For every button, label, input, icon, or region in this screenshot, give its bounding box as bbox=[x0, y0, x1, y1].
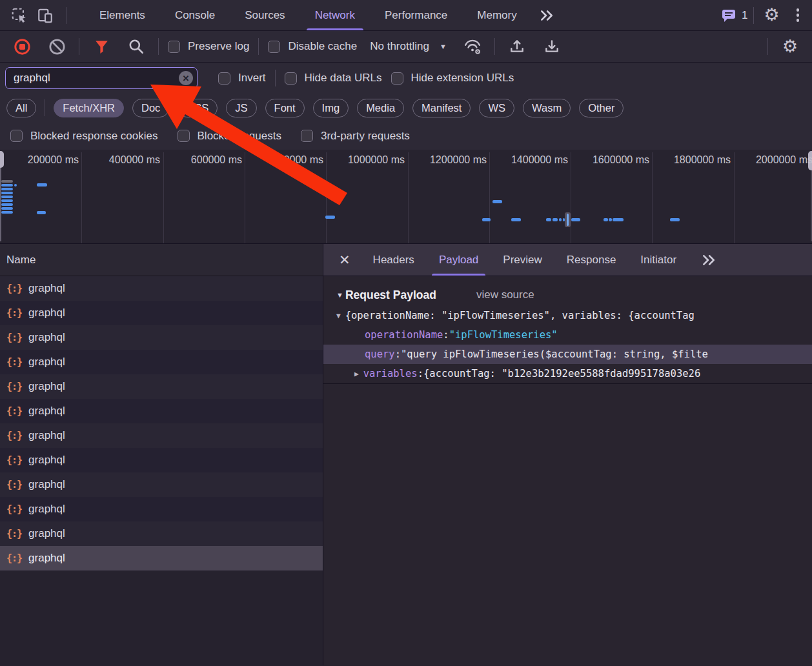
table-row-request[interactable]: {:}graphql bbox=[0, 350, 323, 374]
3rd-party-requests-checkbox[interactable]: 3rd-party requests bbox=[301, 130, 410, 143]
tab-payload[interactable]: Payload bbox=[427, 244, 491, 276]
table-row-request[interactable]: {:}graphql bbox=[0, 546, 323, 570]
checkbox-box[interactable] bbox=[301, 130, 313, 142]
payload-value: "query ipFlowTimeseries($accountTag: str… bbox=[401, 348, 708, 360]
tab-network[interactable]: Network bbox=[300, 0, 370, 30]
payload-row-variables[interactable]: ▶variables: {accountTag: "b12e3b2192ee55… bbox=[323, 364, 812, 383]
payload-colon: : bbox=[443, 329, 449, 341]
chip-other[interactable]: Other bbox=[579, 99, 624, 117]
inspect-element-icon[interactable] bbox=[6, 3, 32, 28]
payload-colon: : bbox=[418, 368, 423, 379]
tab-memory[interactable]: Memory bbox=[462, 0, 531, 30]
tab-sources[interactable]: Sources bbox=[230, 0, 299, 30]
settings-gear-icon[interactable]: ⚙ bbox=[759, 3, 785, 28]
blocked-response-cookies-checkbox[interactable]: Blocked response cookies bbox=[10, 130, 158, 143]
kebab-menu-icon[interactable] bbox=[790, 5, 806, 26]
hide-data-urls-checkbox[interactable]: Hide data URLs bbox=[285, 72, 382, 85]
collapse-triangle-icon[interactable]: ▼ bbox=[336, 291, 343, 299]
filter-input[interactable] bbox=[14, 72, 175, 85]
tab-elements[interactable]: Elements bbox=[85, 0, 160, 30]
name-column-header[interactable]: Name bbox=[0, 244, 323, 276]
chip-manifest[interactable]: Manifest bbox=[412, 99, 471, 117]
checkbox-box[interactable] bbox=[285, 72, 297, 85]
disable-cache-checkbox[interactable]: Disable cache bbox=[268, 40, 357, 53]
checkbox-box[interactable] bbox=[178, 130, 190, 142]
chip-js[interactable]: JS bbox=[226, 99, 256, 117]
main-tabbar: ElementsConsoleSourcesNetworkPerformance… bbox=[0, 0, 812, 31]
tab-headers[interactable]: Headers bbox=[361, 244, 427, 276]
filter-funnel-icon[interactable] bbox=[88, 34, 114, 59]
tab-response[interactable]: Response bbox=[554, 244, 629, 276]
toolbar-divider-2 bbox=[158, 38, 159, 55]
json-braces-icon: {:} bbox=[6, 503, 22, 515]
table-row-request[interactable]: {:}graphql bbox=[0, 472, 323, 497]
table-row-request[interactable]: {:}graphql bbox=[0, 423, 323, 448]
tab-initiator[interactable]: Initiator bbox=[628, 244, 689, 276]
payload-row-query[interactable]: query: "query ipFlowTimeseries($accountT… bbox=[323, 345, 812, 364]
chip-img[interactable]: Img bbox=[313, 99, 349, 117]
expand-triangle-icon[interactable]: ▼ bbox=[336, 312, 341, 320]
search-icon[interactable] bbox=[123, 34, 149, 59]
chip-fetch-xhr[interactable]: Fetch/XHR bbox=[54, 99, 124, 117]
table-row-request[interactable]: {:}graphql bbox=[0, 521, 323, 546]
chip-media[interactable]: Media bbox=[357, 99, 404, 117]
payload-row-operationName[interactable]: operationName: "ipFlowTimeseries" bbox=[323, 325, 812, 345]
device-toolbar-icon[interactable] bbox=[32, 3, 58, 28]
chip-all[interactable]: All bbox=[6, 99, 36, 117]
network-overview-timeline[interactable]: 200000 ms400000 ms600000 ms800000 ms1000… bbox=[0, 150, 812, 244]
more-tabs-icon[interactable] bbox=[532, 9, 562, 22]
chip-font[interactable]: Font bbox=[265, 99, 305, 117]
timeline-gridline bbox=[408, 152, 409, 243]
clear-icon[interactable] bbox=[44, 34, 70, 59]
table-row-request[interactable]: {:}graphql bbox=[0, 301, 323, 325]
blocked-requests-checkbox[interactable]: Blocked requests bbox=[178, 130, 281, 143]
checkbox-box[interactable] bbox=[168, 41, 180, 53]
chip-wasm[interactable]: Wasm bbox=[523, 99, 571, 117]
payload-root-row[interactable]: ▼ {operationName: "ipFlowTimeseries", va… bbox=[323, 306, 812, 325]
tab-performance[interactable]: Performance bbox=[370, 0, 462, 30]
network-settings-gear-icon[interactable]: ⚙ bbox=[777, 34, 803, 59]
chip-doc[interactable]: Doc bbox=[132, 99, 169, 117]
table-row-request[interactable]: {:}graphql bbox=[0, 497, 323, 521]
tab-preview[interactable]: Preview bbox=[491, 244, 554, 276]
issues-message-icon[interactable]: 1 bbox=[721, 3, 747, 28]
checkbox-box[interactable] bbox=[218, 72, 230, 85]
table-row-request[interactable]: {:}graphql bbox=[0, 276, 323, 301]
tabbar-right-controls: 1 ⚙ bbox=[721, 3, 806, 28]
hide-extension-urls-checkbox[interactable]: Hide extension URLs bbox=[391, 72, 514, 85]
invert-checkbox[interactable]: Invert bbox=[218, 72, 266, 85]
waterfall-bar bbox=[1, 207, 13, 210]
chip-ws[interactable]: WS bbox=[479, 99, 514, 117]
chip-css[interactable]: CSS bbox=[178, 99, 218, 117]
close-icon[interactable]: ✕ bbox=[330, 252, 361, 268]
table-row-request[interactable]: {:}graphql bbox=[0, 448, 323, 472]
detail-tabbar: ✕ HeadersPayloadPreviewResponseInitiator bbox=[323, 244, 812, 276]
chips-divider bbox=[45, 99, 45, 116]
payload-key: query bbox=[365, 348, 395, 360]
payload-root-preview: {operationName: "ipFlowTimeseries", vari… bbox=[345, 310, 695, 321]
tab-console[interactable]: Console bbox=[160, 0, 230, 30]
more-detail-tabs-icon[interactable] bbox=[694, 254, 724, 267]
record-icon[interactable] bbox=[9, 34, 35, 59]
request-detail-panel: ✕ HeadersPayloadPreviewResponseInitiator… bbox=[323, 244, 812, 665]
checkbox-box[interactable] bbox=[268, 41, 280, 53]
table-row-request[interactable]: {:}graphql bbox=[0, 374, 323, 399]
network-toolbar: Preserve log Disable cache No throttling… bbox=[0, 31, 812, 63]
waterfall-bar bbox=[37, 183, 47, 187]
preserve-log-checkbox[interactable]: Preserve log bbox=[168, 40, 249, 53]
clear-filter-icon[interactable]: ✕ bbox=[179, 71, 193, 85]
view-source-link[interactable]: view source bbox=[476, 288, 534, 301]
payload-section-header[interactable]: ▼ Request Payload view source bbox=[323, 284, 812, 306]
network-conditions-icon[interactable] bbox=[460, 34, 485, 59]
filter-input-box[interactable]: ✕ bbox=[5, 67, 198, 89]
table-row-request[interactable]: {:}graphql bbox=[0, 325, 323, 350]
main-tabs: ElementsConsoleSourcesNetworkPerformance… bbox=[85, 0, 532, 30]
checkbox-box[interactable] bbox=[10, 130, 23, 142]
export-har-icon[interactable] bbox=[539, 34, 565, 59]
import-har-icon[interactable] bbox=[504, 34, 530, 59]
waterfall-bar bbox=[1, 192, 13, 194]
throttling-select[interactable]: No throttling ▼ bbox=[366, 40, 451, 53]
expand-triangle-icon[interactable]: ▶ bbox=[354, 370, 359, 378]
table-row-request[interactable]: {:}graphql bbox=[0, 399, 323, 423]
checkbox-box[interactable] bbox=[391, 72, 403, 85]
